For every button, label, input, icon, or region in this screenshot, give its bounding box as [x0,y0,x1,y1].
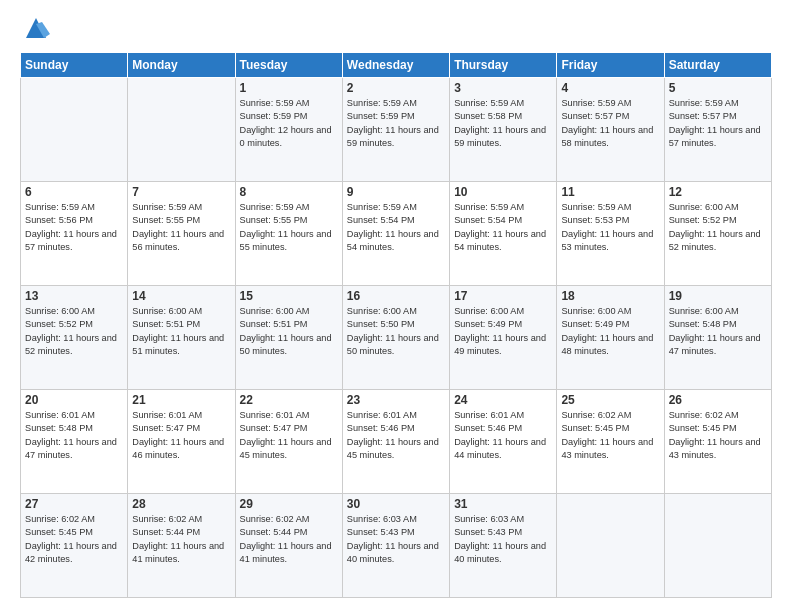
day-number: 26 [669,393,767,407]
calendar-week-1: 1Sunrise: 5:59 AM Sunset: 5:59 PM Daylig… [21,78,772,182]
calendar-day-16: 16Sunrise: 6:00 AM Sunset: 5:50 PM Dayli… [342,286,449,390]
day-info: Sunrise: 6:00 AM Sunset: 5:48 PM Dayligh… [669,305,767,358]
day-number: 29 [240,497,338,511]
day-number: 19 [669,289,767,303]
day-info: Sunrise: 5:59 AM Sunset: 5:55 PM Dayligh… [240,201,338,254]
day-number: 28 [132,497,230,511]
day-info: Sunrise: 6:00 AM Sunset: 5:50 PM Dayligh… [347,305,445,358]
col-header-wednesday: Wednesday [342,53,449,78]
day-number: 25 [561,393,659,407]
day-info: Sunrise: 5:59 AM Sunset: 5:54 PM Dayligh… [347,201,445,254]
day-number: 13 [25,289,123,303]
day-number: 3 [454,81,552,95]
calendar-day-20: 20Sunrise: 6:01 AM Sunset: 5:48 PM Dayli… [21,390,128,494]
day-info: Sunrise: 6:00 AM Sunset: 5:51 PM Dayligh… [132,305,230,358]
day-info: Sunrise: 6:02 AM Sunset: 5:45 PM Dayligh… [669,409,767,462]
col-header-monday: Monday [128,53,235,78]
day-info: Sunrise: 6:01 AM Sunset: 5:47 PM Dayligh… [132,409,230,462]
calendar-day-31: 31Sunrise: 6:03 AM Sunset: 5:43 PM Dayli… [450,494,557,598]
day-info: Sunrise: 5:59 AM Sunset: 5:55 PM Dayligh… [132,201,230,254]
calendar-table: SundayMondayTuesdayWednesdayThursdayFrid… [20,52,772,598]
col-header-thursday: Thursday [450,53,557,78]
calendar-day-27: 27Sunrise: 6:02 AM Sunset: 5:45 PM Dayli… [21,494,128,598]
day-info: Sunrise: 6:03 AM Sunset: 5:43 PM Dayligh… [454,513,552,566]
page: SundayMondayTuesdayWednesdayThursdayFrid… [0,0,792,612]
day-info: Sunrise: 6:00 AM Sunset: 5:49 PM Dayligh… [454,305,552,358]
day-info: Sunrise: 6:00 AM Sunset: 5:52 PM Dayligh… [669,201,767,254]
day-info: Sunrise: 6:01 AM Sunset: 5:46 PM Dayligh… [454,409,552,462]
day-info: Sunrise: 5:59 AM Sunset: 5:59 PM Dayligh… [347,97,445,150]
calendar-day-11: 11Sunrise: 5:59 AM Sunset: 5:53 PM Dayli… [557,182,664,286]
calendar-day-29: 29Sunrise: 6:02 AM Sunset: 5:44 PM Dayli… [235,494,342,598]
day-number: 27 [25,497,123,511]
calendar-day-2: 2Sunrise: 5:59 AM Sunset: 5:59 PM Daylig… [342,78,449,182]
empty-cell [664,494,771,598]
day-number: 14 [132,289,230,303]
calendar-week-5: 27Sunrise: 6:02 AM Sunset: 5:45 PM Dayli… [21,494,772,598]
day-number: 2 [347,81,445,95]
calendar-day-12: 12Sunrise: 6:00 AM Sunset: 5:52 PM Dayli… [664,182,771,286]
calendar-day-15: 15Sunrise: 6:00 AM Sunset: 5:51 PM Dayli… [235,286,342,390]
calendar-day-7: 7Sunrise: 5:59 AM Sunset: 5:55 PM Daylig… [128,182,235,286]
day-number: 16 [347,289,445,303]
calendar-day-14: 14Sunrise: 6:00 AM Sunset: 5:51 PM Dayli… [128,286,235,390]
day-number: 11 [561,185,659,199]
col-header-friday: Friday [557,53,664,78]
day-number: 20 [25,393,123,407]
calendar-day-28: 28Sunrise: 6:02 AM Sunset: 5:44 PM Dayli… [128,494,235,598]
day-number: 4 [561,81,659,95]
calendar-day-23: 23Sunrise: 6:01 AM Sunset: 5:46 PM Dayli… [342,390,449,494]
day-info: Sunrise: 6:02 AM Sunset: 5:45 PM Dayligh… [561,409,659,462]
day-info: Sunrise: 6:01 AM Sunset: 5:48 PM Dayligh… [25,409,123,462]
calendar-day-22: 22Sunrise: 6:01 AM Sunset: 5:47 PM Dayli… [235,390,342,494]
day-info: Sunrise: 5:59 AM Sunset: 5:57 PM Dayligh… [561,97,659,150]
calendar-day-13: 13Sunrise: 6:00 AM Sunset: 5:52 PM Dayli… [21,286,128,390]
col-header-saturday: Saturday [664,53,771,78]
calendar-day-21: 21Sunrise: 6:01 AM Sunset: 5:47 PM Dayli… [128,390,235,494]
empty-cell [128,78,235,182]
calendar-day-26: 26Sunrise: 6:02 AM Sunset: 5:45 PM Dayli… [664,390,771,494]
calendar-day-30: 30Sunrise: 6:03 AM Sunset: 5:43 PM Dayli… [342,494,449,598]
day-info: Sunrise: 5:59 AM Sunset: 5:59 PM Dayligh… [240,97,338,150]
day-info: Sunrise: 6:01 AM Sunset: 5:47 PM Dayligh… [240,409,338,462]
day-info: Sunrise: 6:01 AM Sunset: 5:46 PM Dayligh… [347,409,445,462]
day-number: 1 [240,81,338,95]
calendar-day-25: 25Sunrise: 6:02 AM Sunset: 5:45 PM Dayli… [557,390,664,494]
calendar-day-4: 4Sunrise: 5:59 AM Sunset: 5:57 PM Daylig… [557,78,664,182]
calendar-week-4: 20Sunrise: 6:01 AM Sunset: 5:48 PM Dayli… [21,390,772,494]
calendar-day-6: 6Sunrise: 5:59 AM Sunset: 5:56 PM Daylig… [21,182,128,286]
calendar-day-5: 5Sunrise: 5:59 AM Sunset: 5:57 PM Daylig… [664,78,771,182]
day-info: Sunrise: 5:59 AM Sunset: 5:57 PM Dayligh… [669,97,767,150]
calendar-week-2: 6Sunrise: 5:59 AM Sunset: 5:56 PM Daylig… [21,182,772,286]
calendar-day-24: 24Sunrise: 6:01 AM Sunset: 5:46 PM Dayli… [450,390,557,494]
day-number: 30 [347,497,445,511]
calendar-day-10: 10Sunrise: 5:59 AM Sunset: 5:54 PM Dayli… [450,182,557,286]
day-info: Sunrise: 6:02 AM Sunset: 5:44 PM Dayligh… [132,513,230,566]
calendar-day-18: 18Sunrise: 6:00 AM Sunset: 5:49 PM Dayli… [557,286,664,390]
day-number: 9 [347,185,445,199]
day-number: 15 [240,289,338,303]
day-info: Sunrise: 5:59 AM Sunset: 5:56 PM Dayligh… [25,201,123,254]
day-info: Sunrise: 6:00 AM Sunset: 5:49 PM Dayligh… [561,305,659,358]
empty-cell [21,78,128,182]
day-number: 8 [240,185,338,199]
logo [20,18,50,42]
logo-icon [22,14,50,42]
day-info: Sunrise: 5:59 AM Sunset: 5:58 PM Dayligh… [454,97,552,150]
day-number: 10 [454,185,552,199]
header [20,18,772,42]
day-number: 12 [669,185,767,199]
day-info: Sunrise: 6:02 AM Sunset: 5:45 PM Dayligh… [25,513,123,566]
day-number: 22 [240,393,338,407]
day-info: Sunrise: 6:02 AM Sunset: 5:44 PM Dayligh… [240,513,338,566]
empty-cell [557,494,664,598]
calendar-header-row: SundayMondayTuesdayWednesdayThursdayFrid… [21,53,772,78]
calendar-week-3: 13Sunrise: 6:00 AM Sunset: 5:52 PM Dayli… [21,286,772,390]
calendar-day-8: 8Sunrise: 5:59 AM Sunset: 5:55 PM Daylig… [235,182,342,286]
day-number: 23 [347,393,445,407]
col-header-sunday: Sunday [21,53,128,78]
calendar-day-1: 1Sunrise: 5:59 AM Sunset: 5:59 PM Daylig… [235,78,342,182]
calendar-day-3: 3Sunrise: 5:59 AM Sunset: 5:58 PM Daylig… [450,78,557,182]
day-number: 5 [669,81,767,95]
calendar-day-17: 17Sunrise: 6:00 AM Sunset: 5:49 PM Dayli… [450,286,557,390]
